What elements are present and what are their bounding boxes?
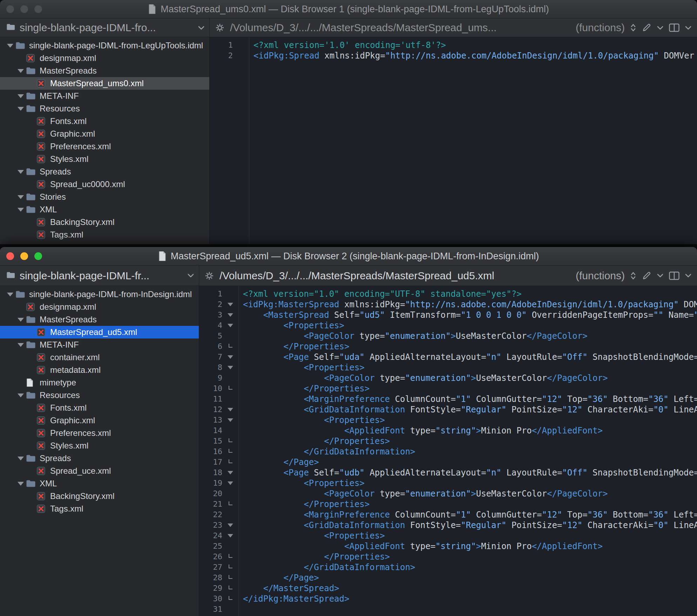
line-number[interactable]: 31 — [199, 604, 222, 615]
line-number[interactable]: 25 — [199, 541, 222, 552]
chevron-down-icon[interactable] — [657, 26, 663, 30]
fold-open-icon[interactable] — [222, 531, 238, 541]
close-button[interactable] — [6, 252, 14, 260]
tree-item-backingstory-xml[interactable]: BackingStory.xml — [0, 490, 199, 502]
fold-end-icon[interactable] — [222, 341, 238, 352]
chevron-down-icon[interactable] — [685, 26, 691, 30]
line-number[interactable]: 30 — [199, 594, 222, 604]
tree-item-fonts-xml[interactable]: Fonts.xml — [0, 402, 199, 414]
tree-item-meta-inf[interactable]: META-INF — [0, 90, 209, 102]
tree-item-designmap-xml[interactable]: designmap.xml — [0, 52, 209, 64]
line-number[interactable]: 9 — [199, 373, 222, 383]
line-number[interactable]: 15 — [199, 436, 222, 446]
line-number[interactable]: 20 — [199, 488, 222, 499]
disclosure-triangle[interactable] — [15, 69, 26, 73]
line-number[interactable]: 13 — [199, 415, 222, 425]
fold-end-icon[interactable] — [222, 583, 238, 594]
fold-open-icon[interactable] — [222, 320, 238, 331]
tree-item-spreads[interactable]: Spreads — [0, 452, 199, 465]
tree-item-stories[interactable]: Stories — [0, 191, 209, 203]
chevron-updown-icon[interactable] — [630, 271, 636, 280]
tree-item-graphic-xml[interactable]: Graphic.xml — [0, 128, 209, 140]
line-number[interactable]: 14 — [199, 425, 222, 436]
close-button[interactable] — [6, 5, 14, 13]
disclosure-triangle[interactable] — [15, 195, 26, 199]
line-number[interactable]: 28 — [199, 573, 222, 583]
disclosure-triangle[interactable] — [5, 293, 15, 296]
line-number[interactable]: 19 — [199, 478, 222, 488]
tree-item-container-xml[interactable]: container.xml — [0, 351, 199, 364]
line-number[interactable]: 10 — [199, 383, 222, 394]
fold-end-icon[interactable] — [222, 383, 238, 394]
gear-icon[interactable] — [205, 271, 214, 280]
line-number[interactable]: 1 — [199, 289, 222, 299]
code-editor[interactable]: 1<?xml version="1.0" encoding="UTF-8" st… — [199, 286, 697, 616]
fold-open-icon[interactable] — [222, 520, 238, 531]
fold-end-icon[interactable] — [222, 552, 238, 562]
tree-item-styles-xml[interactable]: Styles.xml — [0, 153, 209, 165]
fold-open-icon[interactable] — [222, 467, 238, 478]
tree-item-preferences-xml[interactable]: Preferences.xml — [0, 427, 199, 439]
tree-item-metadata-xml[interactable]: metadata.xml — [0, 364, 199, 376]
line-number[interactable]: 21 — [199, 499, 222, 509]
disclosure-triangle[interactable] — [15, 482, 26, 486]
fold-end-icon[interactable] — [222, 436, 238, 446]
file-dropdown[interactable]: single-blank-page-IDML-fr... — [0, 266, 199, 286]
titlebar[interactable]: MasterSpread_ud5.xml — Disk Browser 2 (s… — [0, 247, 697, 266]
tree-item-mimetype[interactable]: mimetype — [0, 376, 199, 389]
line-number[interactable]: 1 — [210, 40, 233, 50]
code-editor[interactable]: 1<?xml version='1.0' encoding='utf-8'?>2… — [210, 37, 697, 244]
disclosure-triangle[interactable] — [15, 393, 26, 397]
tree-item-graphic-xml[interactable]: Graphic.xml — [0, 414, 199, 427]
line-number[interactable]: 27 — [199, 562, 222, 573]
line-number[interactable]: 17 — [199, 457, 222, 467]
path-display[interactable]: /Volumes/D_3/.../.../MasterSpreads/Maste… — [230, 22, 570, 34]
path-display[interactable]: /Volumes/D_3/.../.../MasterSpreads/Maste… — [219, 270, 570, 282]
line-number[interactable]: 2 — [199, 299, 222, 310]
line-number[interactable]: 7 — [199, 352, 222, 362]
fold-end-icon[interactable] — [222, 562, 238, 573]
tree-item-resources[interactable]: Resources — [0, 102, 209, 115]
zoom-button[interactable] — [34, 5, 42, 13]
tree-item-tags-xml[interactable]: Tags.xml — [0, 228, 209, 241]
fold-open-icon[interactable] — [222, 352, 238, 362]
document-proxy-icon[interactable] — [148, 4, 156, 14]
tree-item-xml[interactable]: XML — [0, 477, 199, 490]
minimize-button[interactable] — [20, 5, 28, 13]
document-proxy-icon[interactable] — [158, 251, 167, 261]
disclosure-triangle[interactable] — [15, 343, 26, 347]
tree-item-tags-xml[interactable]: Tags.xml — [0, 502, 199, 515]
split-view-icon[interactable] — [669, 272, 679, 280]
tree-item-backingstory-xml[interactable]: BackingStory.xml — [0, 216, 209, 228]
tree-item-masterspread-ums0-xml[interactable]: MasterSpread_ums0.xml — [0, 77, 209, 90]
line-number[interactable]: 29 — [199, 583, 222, 594]
pencil-icon[interactable] — [642, 271, 651, 281]
tree-item-xml[interactable]: XML — [0, 203, 209, 216]
line-number[interactable]: 23 — [199, 520, 222, 531]
fold-end-icon[interactable] — [222, 457, 238, 467]
disclosure-triangle[interactable] — [15, 318, 26, 322]
disclosure-triangle[interactable] — [15, 170, 26, 174]
disclosure-triangle[interactable] — [15, 107, 26, 111]
fold-open-icon[interactable] — [222, 362, 238, 373]
chevron-updown-icon[interactable] — [630, 23, 636, 32]
minimize-button[interactable] — [20, 252, 28, 260]
functions-dropdown[interactable]: (functions) — [576, 270, 625, 282]
disclosure-triangle[interactable] — [15, 208, 26, 212]
tree-item-fonts-xml[interactable]: Fonts.xml — [0, 115, 209, 128]
fold-open-icon[interactable] — [222, 478, 238, 488]
titlebar[interactable]: MasterSpread_ums0.xml — Disk Browser 1 (… — [0, 0, 697, 19]
tree-item-spread-uce-xml[interactable]: Spread_uce.xml — [0, 465, 199, 477]
line-number[interactable]: 18 — [199, 467, 222, 478]
pencil-icon[interactable] — [642, 23, 651, 33]
disclosure-triangle[interactable] — [5, 44, 15, 48]
fold-end-icon[interactable] — [222, 446, 238, 457]
fold-open-icon[interactable] — [222, 299, 238, 310]
fold-open-icon[interactable] — [222, 310, 238, 320]
line-number[interactable]: 5 — [199, 331, 222, 341]
gear-icon[interactable] — [215, 23, 224, 32]
fold-end-icon[interactable] — [222, 499, 238, 509]
chevron-down-icon[interactable] — [685, 274, 691, 278]
tree-item-single-blank-page-idml-from-leguptools-idml[interactable]: single-blank-page-IDML-from-LegUpTools.i… — [0, 39, 209, 52]
tree-item-spreads[interactable]: Spreads — [0, 165, 209, 178]
